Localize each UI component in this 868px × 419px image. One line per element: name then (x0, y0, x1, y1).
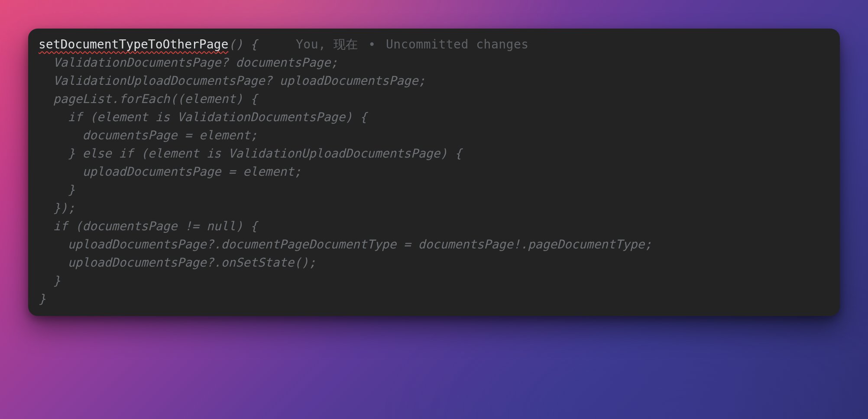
codelens-status: Uncommitted changes (386, 37, 529, 52)
code-content[interactable]: setDocumentTypeToOtherPage() { Validatio… (39, 35, 829, 308)
function-signature-tail: () { (228, 37, 257, 52)
code-editor-window: You, 现在 • Uncommitted changes setDocumen… (28, 29, 840, 316)
function-name: setDocumentTypeToOtherPage (39, 37, 228, 52)
codelens-time: 现在 (334, 37, 358, 52)
codelens-separator: • (366, 37, 378, 52)
git-codelens[interactable]: You, 现在 • Uncommitted changes (296, 35, 529, 54)
function-body: ValidationDocumentsPage? documentsPage; … (39, 55, 652, 306)
codelens-author: You, (296, 37, 326, 52)
